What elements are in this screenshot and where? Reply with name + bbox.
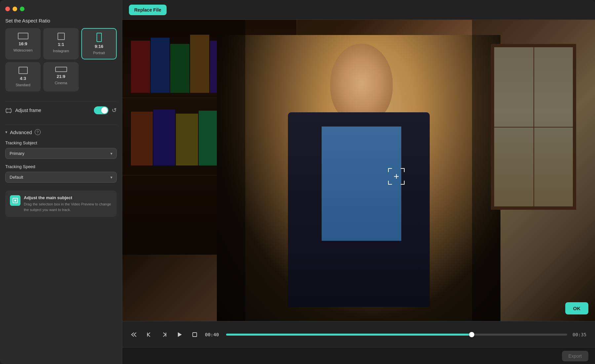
reticle-corner-br: [401, 181, 405, 185]
aspect-ratio-label-4-3: 4:3: [20, 76, 26, 81]
aspect-ratio-name-9-16: Portrait: [93, 51, 105, 55]
window-chrome: [5, 7, 117, 11]
reset-icon[interactable]: ↺: [112, 107, 117, 114]
aspect-ratio-name-4-3: Standard: [16, 83, 30, 87]
aspect-icon-4-3: [19, 67, 28, 74]
person-head: [330, 44, 393, 124]
tracking-reticle: [388, 168, 405, 185]
divider-2: [5, 124, 117, 125]
divider-1: [5, 101, 117, 102]
adjust-frame-icon: [5, 107, 12, 114]
aspect-card-4-3[interactable]: 4:3 Standard: [5, 62, 41, 91]
help-icon-text: ?: [37, 130, 39, 134]
reticle-corner-bl: [388, 181, 392, 185]
aspect-icon-21-9: [55, 67, 67, 72]
aspect-ratio-title: Set the Aspect Ratio: [5, 18, 117, 23]
aspect-card-1-1[interactable]: 1:1 Instagram: [43, 28, 79, 59]
toggle-knob: [101, 107, 108, 114]
export-button[interactable]: Export: [562, 351, 588, 361]
progress-fill: [226, 334, 472, 336]
aspect-ratio-grid-row2: 4:3 Standard 21:9 Cinema: [5, 62, 117, 91]
aspect-ratio-name-21-9: Cinema: [55, 81, 67, 85]
adjust-frame-row: Adjust frame ↺: [5, 106, 117, 114]
bottom-bar: Export: [122, 347, 595, 364]
current-time: 00:40: [205, 332, 221, 337]
adjust-frame-label: Adjust frame: [15, 108, 91, 113]
step-back-button[interactable]: [144, 329, 154, 340]
video-frame: OK: [122, 20, 595, 321]
play-button[interactable]: [175, 329, 184, 340]
progress-thumb[interactable]: [469, 332, 474, 337]
info-box-icon: [10, 195, 20, 206]
svg-rect-0: [6, 109, 11, 112]
crop-overlay-left: [122, 20, 245, 321]
minimize-dot[interactable]: [13, 7, 17, 11]
aspect-icon-9-16: [97, 33, 102, 42]
aspect-card-21-9[interactable]: 21:9 Cinema: [43, 62, 79, 91]
aspect-ratio-label-16-9: 16:9: [19, 41, 27, 46]
video-area: OK: [122, 20, 595, 321]
reticle-crosshair-v: [396, 174, 397, 179]
tracking-speed-dropdown[interactable]: Default ▾: [5, 172, 117, 183]
right-panel: Replace File: [122, 0, 595, 364]
aspect-ratio-name-16-9: Widescreen: [13, 48, 32, 52]
aspect-ratio-label-9-16: 9:16: [95, 44, 103, 49]
info-box: Adjust the main subject Drag the selecti…: [5, 191, 117, 217]
maximize-dot[interactable]: [20, 7, 24, 11]
info-description: Drag the selection box in the Video Prev…: [24, 201, 112, 212]
timeline-bar: 00:40 00:35: [122, 321, 595, 347]
tracking-subject-value: Primary: [10, 151, 24, 156]
help-icon[interactable]: ?: [35, 129, 41, 135]
close-dot[interactable]: [5, 7, 10, 11]
step-forward-button[interactable]: [159, 329, 169, 340]
stop-button[interactable]: [190, 329, 200, 340]
aspect-icon-1-1: [58, 33, 65, 40]
aspect-card-9-16[interactable]: 9:16 Portrait: [81, 28, 117, 59]
advanced-header[interactable]: ▾ Advanced ?: [5, 129, 117, 135]
left-panel: Set the Aspect Ratio 16:9 Widescreen 1:1…: [0, 0, 122, 364]
chevron-down-icon: ▾: [5, 130, 7, 134]
advanced-label: Advanced: [10, 129, 32, 135]
aspect-icon-16-9: [18, 33, 28, 39]
ok-button[interactable]: OK: [565, 302, 589, 314]
dropdown-arrow-speed-icon: ▾: [110, 175, 112, 180]
person-silhouette: [217, 35, 500, 321]
dropdown-arrow-icon: ▾: [110, 151, 112, 156]
tracking-speed-value: Default: [10, 175, 23, 180]
aspect-ratio-label-1-1: 1:1: [58, 42, 64, 47]
progress-track[interactable]: [226, 334, 567, 336]
tracking-subject-dropdown[interactable]: Primary ▾: [5, 148, 117, 159]
aspect-ratio-name-1-1: Instagram: [53, 49, 69, 53]
info-text-block: Adjust the main subject Drag the selecti…: [24, 195, 112, 212]
tracking-subject-label: Tracking Subject: [5, 140, 117, 145]
aspect-ratio-label-21-9: 21:9: [57, 74, 65, 79]
top-bar: Replace File: [122, 0, 595, 20]
svg-marker-5: [178, 332, 182, 337]
adjust-frame-toggle[interactable]: [94, 106, 108, 114]
replace-file-button[interactable]: Replace File: [129, 5, 167, 15]
svg-point-2: [14, 200, 16, 201]
reticle-corner-tl: [388, 168, 392, 172]
rewind-button[interactable]: [129, 329, 139, 340]
aspect-ratio-grid-row1: 16:9 Widescreen 1:1 Instagram 9:16 Portr…: [5, 28, 117, 59]
total-time: 00:35: [573, 332, 588, 337]
svg-rect-6: [193, 333, 197, 337]
aspect-card-16-9[interactable]: 16:9 Widescreen: [5, 28, 41, 59]
reticle-corner-tr: [401, 168, 405, 172]
tracking-speed-label: Tracking Speed: [5, 164, 117, 169]
info-title: Adjust the main subject: [24, 195, 112, 200]
crop-overlay-right: [472, 20, 595, 321]
